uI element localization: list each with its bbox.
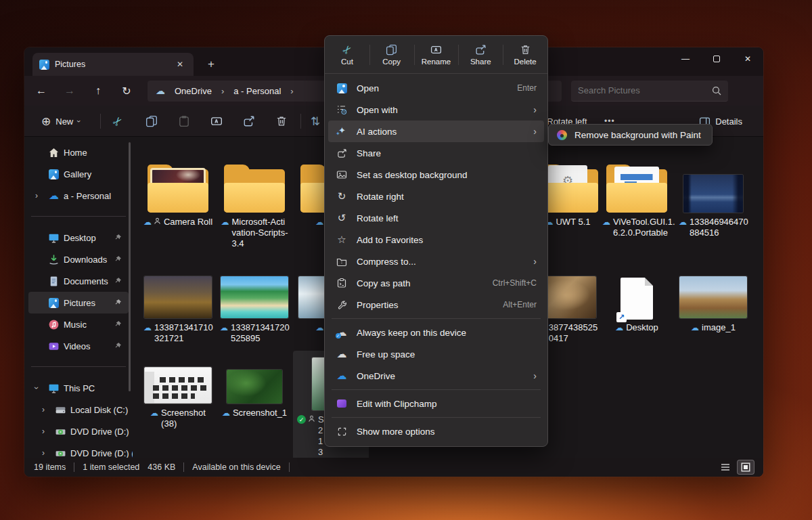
minimize-button[interactable]: — bbox=[670, 47, 701, 70]
up-button[interactable]: ↑ bbox=[87, 81, 110, 101]
submenu-item-remove-background[interactable]: Remove background with Paint bbox=[574, 130, 701, 140]
forward-button[interactable]: → bbox=[58, 81, 81, 101]
tab-close-icon[interactable]: ✕ bbox=[173, 58, 187, 71]
sidebar-item-pictures[interactable]: Pictures bbox=[28, 292, 129, 313]
file-tile-133871341710321721[interactable]: ☁ 133871341710321721 bbox=[140, 267, 216, 348]
sidebar-scrollbar[interactable] bbox=[129, 142, 131, 391]
status-divider bbox=[183, 462, 184, 472]
menu-item-compress-to[interactable]: Compress to... › bbox=[328, 251, 544, 272]
rename-icon bbox=[210, 115, 223, 127]
details-view-button[interactable] bbox=[717, 460, 734, 474]
cut-action[interactable]: ✂ Cut bbox=[325, 39, 369, 70]
copy-path-icon bbox=[336, 277, 348, 289]
status-divider bbox=[289, 462, 290, 472]
sidebar-item-onedrive-personal[interactable]: › ☁ a - Personal bbox=[28, 185, 129, 207]
sidebar-item-videos[interactable]: Videos bbox=[28, 335, 129, 357]
menu-item-copy-as-path[interactable]: Copy as path Ctrl+Shift+C bbox=[328, 272, 544, 294]
sidebar-item-downloads[interactable]: Downloads bbox=[28, 248, 129, 270]
delete-action[interactable]: Delete bbox=[503, 39, 547, 70]
sidebar-item-home[interactable]: Home bbox=[28, 142, 129, 163]
sidebar-item-local-disk-c[interactable]: › Local Disk (C:) bbox=[28, 399, 129, 420]
music-icon bbox=[47, 318, 60, 331]
menu-item-properties[interactable]: Properties Alt+Enter bbox=[328, 294, 544, 316]
breadcrumb-onedrive[interactable]: OneDrive bbox=[171, 85, 216, 98]
file-tile-mas[interactable]: ☁ Microsoft-Activation-Scripts-3.4 bbox=[217, 146, 292, 253]
onedrive-cloud-badge: ☁ bbox=[679, 217, 687, 238]
sidebar-item-dvd-drive-d-2[interactable]: › DVD Drive (D:) ( bbox=[28, 442, 129, 458]
large-icons-view-button[interactable] bbox=[738, 460, 754, 474]
screenshot-thumbnail bbox=[227, 370, 282, 404]
menu-item-always-keep-on-device[interactable]: ☁✓ Always keep on this device bbox=[328, 322, 544, 343]
status-bar: 19 items 1 item selected 436 KB Availabl… bbox=[24, 458, 763, 477]
chevron-right-icon[interactable]: › bbox=[39, 405, 47, 414]
sidebar-item-this-pc[interactable]: › This PC bbox=[28, 377, 129, 399]
copy-action[interactable]: Copy bbox=[369, 39, 414, 70]
new-tab-button[interactable]: + bbox=[203, 58, 219, 71]
menu-item-show-more-options[interactable]: Show more options bbox=[328, 420, 544, 442]
search-box[interactable] bbox=[571, 81, 728, 102]
folder-icon bbox=[606, 164, 667, 213]
cut-button[interactable]: ✂ bbox=[107, 110, 129, 133]
sidebar-item-label: a - Personal bbox=[64, 191, 111, 201]
folder-icon bbox=[224, 164, 285, 213]
context-menu-quick-actions: ✂ Cut Copy Rename Share Delete bbox=[325, 36, 547, 74]
menu-item-rotate-left[interactable]: ↺ Rotate left bbox=[328, 207, 544, 229]
open-with-icon bbox=[336, 104, 348, 116]
menu-item-share[interactable]: Share bbox=[328, 142, 544, 164]
sidebar-item-documents[interactable]: Documents bbox=[28, 270, 129, 292]
menu-item-free-up-space[interactable]: ☁ Free up space bbox=[328, 343, 544, 365]
menu-item-edit-with-clipchamp[interactable]: Edit with Clipchamp bbox=[328, 393, 544, 414]
chevron-right-icon[interactable]: › bbox=[32, 191, 41, 200]
back-button[interactable]: ← bbox=[30, 81, 53, 101]
cut-icon: ✂ bbox=[340, 42, 355, 57]
new-button[interactable]: ⊕ New › bbox=[35, 110, 87, 133]
copy-button[interactable] bbox=[139, 110, 164, 133]
sidebar-item-dvd-drive-d[interactable]: › DVD Drive (D:) bbox=[28, 420, 129, 442]
file-tile-screenshot-1[interactable]: ☁ Screenshot_1 bbox=[217, 360, 292, 422]
menu-item-open[interactable]: Open Enter bbox=[328, 77, 544, 99]
menu-item-open-with[interactable]: Open with › bbox=[328, 99, 544, 121]
paint-icon bbox=[557, 130, 567, 140]
search-input[interactable] bbox=[578, 85, 712, 95]
menu-item-rotate-right[interactable]: ↻ Rotate right bbox=[328, 186, 544, 207]
downloads-icon bbox=[47, 253, 60, 266]
sidebar-item-music[interactable]: Music bbox=[28, 313, 129, 335]
share-action[interactable]: Share bbox=[458, 39, 503, 70]
share-button[interactable] bbox=[237, 110, 261, 133]
window-controls: — ✕ bbox=[670, 47, 763, 70]
rename-button[interactable] bbox=[204, 110, 229, 133]
file-tile-image-1[interactable]: ☁ image_1 bbox=[675, 267, 751, 337]
documents-icon bbox=[47, 275, 60, 288]
sidebar-item-gallery[interactable]: Gallery bbox=[28, 163, 129, 185]
rename-action[interactable]: Rename bbox=[414, 39, 459, 70]
refresh-button[interactable]: ↻ bbox=[115, 81, 138, 101]
file-tile-133871341720525895[interactable]: ☁ 133871341720525895 bbox=[217, 267, 292, 348]
menu-item-set-desktop-background[interactable]: Set as desktop background bbox=[328, 164, 544, 186]
chevron-down-icon: › bbox=[75, 120, 83, 123]
onedrive-cloud-badge: ☁ bbox=[222, 408, 230, 418]
file-tile-133846946470884516[interactable]: ☁ 133846946470884516 bbox=[675, 146, 751, 242]
selection-count: 1 item selected bbox=[83, 462, 139, 472]
breadcrumb-a-personal[interactable]: a - Personal bbox=[229, 85, 285, 98]
paste-button[interactable] bbox=[172, 110, 196, 133]
file-tile-vivetool[interactable]: ☁ ViVeTool.GUI.1.6.2.0.Portable bbox=[599, 146, 675, 242]
close-button[interactable]: ✕ bbox=[732, 47, 763, 70]
file-tile-screenshot-38[interactable]: ☁ Screenshot(38) bbox=[140, 360, 216, 433]
file-tile-camera-roll[interactable]: ☁ Camera Roll bbox=[140, 146, 216, 232]
ai-actions-submenu: Remove background with Paint bbox=[548, 124, 713, 146]
tab-pictures[interactable]: Pictures ✕ bbox=[32, 53, 194, 76]
delete-button[interactable] bbox=[269, 110, 294, 133]
maximize-button[interactable] bbox=[701, 47, 732, 70]
menu-item-onedrive[interactable]: ☁ OneDrive › bbox=[328, 365, 544, 387]
sidebar-item-desktop[interactable]: Desktop bbox=[28, 227, 129, 248]
chevron-expanded-icon[interactable]: › bbox=[32, 384, 41, 392]
file-tile-desktop-shortcut[interactable]: ↗ ☁ Desktop bbox=[599, 252, 675, 337]
chevron-right-icon[interactable]: › bbox=[39, 427, 47, 436]
menu-item-add-to-favorites[interactable]: ☆ Add to Favorites bbox=[328, 229, 544, 251]
pin-icon bbox=[114, 299, 122, 307]
sidebar-item-label: Local Disk (C:) bbox=[70, 405, 128, 415]
chevron-right-icon[interactable]: › bbox=[39, 448, 47, 458]
menu-item-ai-actions[interactable]: ✦✦ AI actions › bbox=[328, 121, 544, 142]
navigation-pane: Home Gallery › ☁ a - Personal Desktop bbox=[24, 137, 133, 458]
sidebar-separator bbox=[24, 357, 133, 377]
